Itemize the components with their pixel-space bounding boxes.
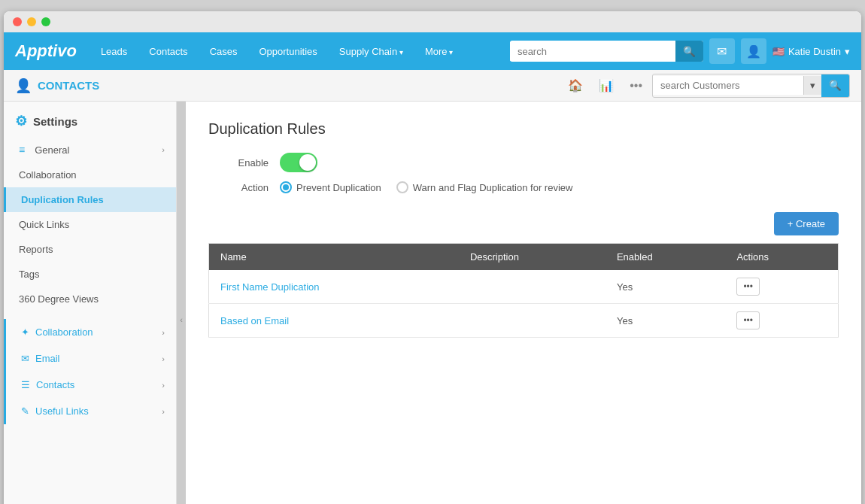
sidebar-item-useful-links[interactable]: ✎ Useful Links › — [6, 398, 176, 424]
row1-actions-button[interactable]: ••• — [736, 278, 760, 296]
global-search-button[interactable]: 🔍 — [675, 41, 703, 62]
col-actions: Actions — [725, 244, 838, 271]
subheader-right: 🏠 📊 ••• ▾ 🔍 — [562, 74, 850, 98]
sidebar-quick-links-label: Quick Links — [19, 219, 69, 230]
customer-search-dropdown[interactable]: ▾ — [803, 76, 821, 95]
sidebar-item-contacts-group[interactable]: ☰ Contacts › — [6, 372, 176, 398]
user-dropdown-arrow: ▾ — [845, 46, 850, 57]
enable-toggle[interactable] — [280, 153, 317, 172]
topnav-right: 🔍 ✉ 👤 🇺🇸 Katie Dustin ▾ — [510, 38, 850, 64]
row2-description — [459, 304, 606, 338]
sidebar-item-360-views[interactable]: 360 Degree Views — [4, 287, 176, 311]
general-icon: ≡ — [19, 144, 25, 156]
sidebar-group: ✦ Collaboration › ✉ Email › ☰ Contacts — [4, 319, 176, 424]
user-name-label: Katie Dustin — [788, 46, 841, 57]
customer-search-button[interactable]: 🔍 — [821, 74, 849, 97]
col-description: Description — [459, 244, 606, 271]
duplication-rules-table: Name Description Enabled Actions First N… — [208, 243, 839, 338]
sidebar-contacts-label: Contacts — [36, 379, 74, 390]
chevron-right-icon-contacts: › — [162, 381, 165, 390]
sidebar-item-quick-links[interactable]: Quick Links — [4, 212, 176, 237]
nav-contacts[interactable]: Contacts — [140, 40, 196, 63]
nav-more[interactable]: More — [416, 40, 462, 63]
sidebar-collaboration-group-label: Collaboration — [35, 326, 93, 338]
row1-name[interactable]: First Name Duplication — [209, 270, 459, 304]
sidebar-item-duplication-rules[interactable]: Duplication Rules — [4, 187, 176, 212]
chevron-right-icon-collab: › — [162, 328, 165, 337]
sidebar-collapse-handle[interactable]: ‹ — [177, 102, 186, 504]
contacts-group-icon: ☰ — [21, 379, 30, 390]
settings-header: ⚙ Settings — [4, 102, 176, 137]
global-search-box: 🔍 — [510, 41, 703, 62]
sidebar-item-email[interactable]: ✉ Email › — [6, 345, 176, 372]
nav-leads[interactable]: Leads — [92, 40, 136, 63]
app-logo[interactable]: Apptivo — [15, 41, 77, 61]
chevron-right-icon-email: › — [162, 354, 165, 363]
sidebar-item-collaboration-plain[interactable]: Collaboration — [4, 162, 176, 187]
nav-opportunities[interactable]: Opportunities — [250, 40, 326, 63]
row1-actions: ••• — [725, 270, 838, 304]
row2-name[interactable]: Based on Email — [209, 304, 459, 338]
chevron-right-icon: › — [162, 145, 165, 154]
sidebar-duplication-rules-label: Duplication Rules — [21, 194, 104, 205]
sidebar-item-general[interactable]: ≡ General › — [4, 137, 176, 162]
maximize-btn[interactable] — [41, 17, 50, 26]
table-row: First Name Duplication Yes ••• — [209, 270, 839, 304]
sidebar-item-reports[interactable]: Reports — [4, 237, 176, 262]
sidebar-reports-label: Reports — [19, 244, 53, 255]
useful-links-icon: ✎ — [21, 405, 29, 417]
sidebar: ⚙ Settings ≡ General › Collaboration Dup… — [4, 102, 177, 504]
main-content: Duplication Rules Enable Action Prevent … — [186, 102, 861, 504]
email-icon: ✉ — [21, 353, 29, 364]
subheader: 👤 CONTACTS 🏠 📊 ••• ▾ 🔍 — [4, 70, 861, 102]
sidebar-item-tags[interactable]: Tags — [4, 262, 176, 287]
mail-icon-button[interactable]: ✉ — [709, 38, 735, 64]
user-icon-button[interactable]: 👤 — [741, 38, 766, 64]
minimize-btn[interactable] — [27, 17, 36, 26]
contacts-icon: 👤 — [15, 77, 32, 94]
row1-description — [459, 270, 606, 304]
sidebar-360-views-label: 360 Degree Views — [19, 293, 99, 305]
module-label: 👤 CONTACTS — [15, 77, 554, 94]
customer-search-input[interactable] — [653, 76, 803, 95]
radio-warn-circle — [396, 181, 408, 193]
chart-icon-button[interactable]: 📊 — [593, 75, 620, 96]
top-navigation: Apptivo Leads Contacts Cases Opportuniti… — [4, 32, 861, 70]
global-search-input[interactable] — [510, 42, 675, 61]
create-button[interactable]: + Create — [774, 212, 839, 235]
close-btn[interactable] — [13, 17, 22, 26]
gear-icon: ⚙ — [15, 113, 27, 129]
nav-cases[interactable]: Cases — [201, 40, 247, 63]
page-title: Duplication Rules — [208, 120, 839, 138]
table-row: Based on Email Yes ••• — [209, 304, 839, 338]
app-window: Apptivo Leads Contacts Cases Opportuniti… — [4, 11, 861, 504]
enable-label: Enable — [208, 157, 269, 169]
action-label: Action — [208, 182, 269, 193]
collaboration-icon: ✦ — [21, 326, 29, 338]
sidebar-collaboration-plain-label: Collaboration — [19, 169, 77, 181]
sidebar-general-label: General — [35, 144, 69, 156]
main-layout: ⚙ Settings ≡ General › Collaboration Dup… — [4, 102, 861, 504]
row2-enabled: Yes — [606, 304, 725, 338]
table-header-row: Name Description Enabled Actions — [209, 244, 839, 271]
titlebar — [4, 11, 861, 32]
home-icon-button[interactable]: 🏠 — [562, 75, 589, 96]
radio-prevent-label: Prevent Duplication — [296, 182, 381, 193]
sidebar-item-collaboration-group[interactable]: ✦ Collaboration › — [6, 319, 176, 345]
nav-supply-chain[interactable]: Supply Chain — [330, 40, 412, 63]
chevron-right-icon-useful-links: › — [162, 407, 165, 416]
radio-prevent-circle — [280, 181, 292, 193]
create-btn-row: + Create — [208, 212, 839, 235]
sidebar-useful-links-label: Useful Links — [35, 405, 89, 417]
more-icon-button[interactable]: ••• — [624, 76, 648, 96]
settings-label: Settings — [33, 115, 77, 128]
radio-prevent-duplication[interactable]: Prevent Duplication — [280, 181, 381, 193]
user-menu[interactable]: 🇺🇸 Katie Dustin ▾ — [772, 46, 850, 57]
radio-warn-flag[interactable]: Warn and Flag Duplication for review — [396, 181, 573, 193]
row2-actions-button[interactable]: ••• — [736, 311, 760, 329]
radio-warn-label: Warn and Flag Duplication for review — [413, 182, 573, 193]
toggle-knob — [299, 154, 316, 171]
row1-enabled: Yes — [606, 270, 725, 304]
row2-actions: ••• — [725, 304, 838, 338]
col-name: Name — [209, 244, 459, 271]
